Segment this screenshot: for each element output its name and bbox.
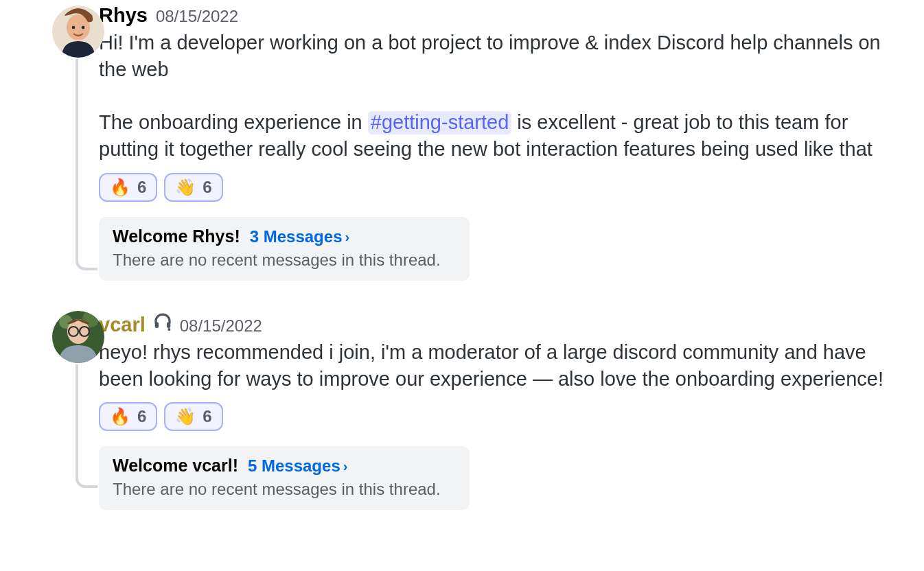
svg-rect-12 [167, 322, 170, 328]
svg-point-2 [72, 26, 76, 30]
reaction-button[interactable]: 👋 6 [164, 173, 222, 202]
reaction-count: 6 [137, 178, 146, 197]
headphones-icon [152, 311, 173, 331]
thread-messages-label: 5 Messages [248, 456, 340, 476]
chat-message: Rhys 08/15/2022 Hi! I'm a developer work… [27, 3, 897, 288]
wave-icon: 👋 [175, 408, 196, 425]
reaction-button[interactable]: 🔥 6 [99, 402, 157, 431]
svg-point-13 [168, 327, 170, 330]
reaction-button[interactable]: 👋 6 [164, 402, 222, 431]
message-text: The onboarding experience in [99, 111, 368, 133]
reaction-count: 6 [137, 407, 146, 426]
thread-messages-link[interactable]: 5 Messages › [248, 456, 347, 476]
reaction-button[interactable]: 🔥 6 [99, 173, 157, 202]
chevron-right-icon: › [343, 458, 348, 474]
thread-preview[interactable]: Welcome vcarl! 5 Messages › There are no… [99, 446, 470, 510]
svg-rect-11 [154, 322, 158, 328]
reactions-bar: 🔥 6 👋 6 [99, 402, 897, 431]
message-text: heyo! rhys recommended i join, i'm a mod… [99, 341, 883, 390]
chevron-right-icon: › [345, 229, 349, 245]
thread-messages-link[interactable]: 3 Messages › [250, 227, 349, 246]
reactions-bar: 🔥 6 👋 6 [99, 173, 897, 202]
username[interactable]: vcarl [99, 315, 146, 335]
fire-icon: 🔥 [110, 408, 130, 425]
thread-subtext: There are no recent messages in this thr… [113, 480, 456, 499]
message-header: vcarl 08/15/2022 [99, 311, 897, 335]
message-timestamp: 08/15/2022 [180, 318, 262, 334]
reaction-count: 6 [203, 178, 211, 197]
fire-icon: 🔥 [110, 179, 130, 196]
wave-icon: 👋 [175, 179, 196, 196]
avatar[interactable] [52, 311, 104, 363]
message-body: Hi! I'm a developer working on a bot pro… [99, 30, 897, 163]
channel-mention[interactable]: #getting-started [368, 111, 512, 135]
svg-point-3 [82, 26, 85, 30]
message-timestamp: 08/15/2022 [156, 8, 238, 25]
thread-preview[interactable]: Welcome Rhys! 3 Messages › There are no … [99, 217, 470, 281]
chat-message: vcarl 08/15/2022 heyo! rhys recommended … [27, 308, 897, 517]
message-text: Hi! I'm a developer working on a bot pro… [99, 32, 881, 80]
thread-messages-label: 3 Messages [250, 227, 343, 246]
reaction-count: 6 [203, 407, 211, 426]
message-body: heyo! rhys recommended i join, i'm a mod… [99, 339, 897, 393]
thread-subtext: There are no recent messages in this thr… [113, 250, 456, 270]
thread-connector [76, 59, 97, 270]
username[interactable]: Rhys [99, 5, 148, 25]
thread-title: Welcome vcarl! [113, 456, 238, 476]
thread-title: Welcome Rhys! [113, 226, 240, 246]
avatar[interactable] [52, 5, 104, 58]
thread-connector [76, 364, 97, 488]
chat-log: Rhys 08/15/2022 Hi! I'm a developer work… [0, 0, 924, 517]
message-header: Rhys 08/15/2022 [99, 5, 897, 25]
